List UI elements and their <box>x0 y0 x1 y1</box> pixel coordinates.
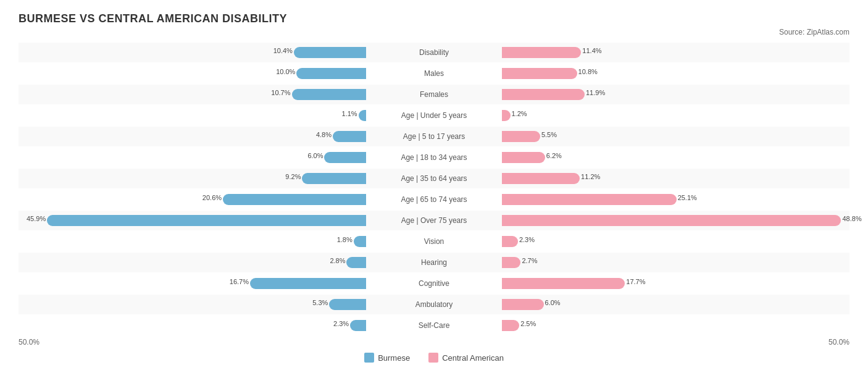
row-label: Vision <box>366 237 502 246</box>
row-label: Age | 5 to 17 years <box>366 132 502 141</box>
chart-row: 9.2% Age | 35 to 64 years 11.2% <box>19 169 849 188</box>
row-label: Age | 18 to 34 years <box>366 153 502 162</box>
chart-row: 10.4% Disability 11.4% <box>19 43 849 62</box>
chart-row: 6.0% Age | 18 to 34 years 6.2% <box>19 148 849 167</box>
row-label: Age | Under 5 years <box>366 111 502 120</box>
chart-row: 16.7% Cognitive 17.7% <box>19 274 849 293</box>
val-right: 48.8% <box>842 215 861 222</box>
bar-left: 10.0% <box>296 68 366 79</box>
bar-left: 10.7% <box>292 89 366 100</box>
val-right: 6.2% <box>546 152 562 159</box>
val-left: 1.1% <box>342 110 357 117</box>
val-left: 16.7% <box>230 278 249 285</box>
legend: Burmese Central American <box>19 353 849 363</box>
legend-burmese-box <box>364 353 374 363</box>
val-right: 10.8% <box>578 68 598 75</box>
row-label: Hearing <box>366 258 502 267</box>
axis-right: 50.0% <box>828 338 849 346</box>
bar-right: 11.9% <box>502 89 585 100</box>
val-right: 6.0% <box>545 299 561 306</box>
row-label: Age | 35 to 64 years <box>366 174 502 183</box>
val-right: 17.7% <box>626 278 645 285</box>
bar-left: 16.7% <box>250 278 366 289</box>
val-left: 9.2% <box>285 173 301 180</box>
bar-left: 2.3% <box>350 320 366 331</box>
val-left: 6.0% <box>307 152 323 159</box>
val-right: 2.7% <box>522 257 537 264</box>
val-left: 20.6% <box>202 194 222 201</box>
chart-row: 1.8% Vision 2.3% <box>19 232 849 251</box>
legend-central-american-label: Central American <box>442 353 504 363</box>
val-right: 5.5% <box>541 131 557 138</box>
val-left: 2.8% <box>330 257 345 264</box>
bar-right: 2.7% <box>502 257 520 268</box>
bar-right: 11.4% <box>502 47 581 58</box>
row-label: Disability <box>366 48 502 57</box>
bar-right: 2.5% <box>502 320 519 331</box>
bar-right: 2.3% <box>502 236 518 247</box>
bar-left: 6.0% <box>324 152 366 163</box>
bar-left: 10.4% <box>294 47 366 58</box>
axis-left: 50.0% <box>19 338 40 346</box>
page-title: BURMESE VS CENTRAL AMERICAN DISABILITY <box>19 12 849 25</box>
bar-left: 20.6% <box>223 194 366 205</box>
val-right: 25.1% <box>678 194 697 201</box>
chart-row: 4.8% Age | 5 to 17 years 5.5% <box>19 127 849 146</box>
bar-left: 4.8% <box>333 131 366 142</box>
row-label: Males <box>366 69 502 78</box>
val-left: 10.4% <box>273 47 293 54</box>
chart-container: 10.4% Disability 11.4% 10.0% <box>19 43 849 363</box>
val-left: 10.0% <box>276 68 295 75</box>
chart-row: 2.3% Self-Care 2.5% <box>19 316 849 335</box>
bar-right: 11.2% <box>502 173 580 184</box>
legend-burmese: Burmese <box>364 353 410 363</box>
bar-right: 1.2% <box>502 110 511 121</box>
val-left: 10.7% <box>271 89 290 96</box>
bar-left: 5.3% <box>329 299 366 310</box>
rows-area: 10.4% Disability 11.4% 10.0% <box>19 43 849 335</box>
row-label: Age | Over 75 years <box>366 216 502 225</box>
val-left: 45.9% <box>27 215 46 222</box>
val-left: 5.3% <box>312 299 328 306</box>
chart-row: 10.0% Males 10.8% <box>19 64 849 83</box>
bar-right: 6.2% <box>502 152 545 163</box>
val-right: 11.4% <box>582 47 601 54</box>
bar-right: 10.8% <box>502 68 577 79</box>
bar-right: 6.0% <box>502 299 544 310</box>
bar-left: 2.8% <box>346 257 366 268</box>
bar-left: 1.1% <box>359 110 366 121</box>
bar-right: 17.7% <box>502 278 625 289</box>
chart-row: 10.7% Females 11.9% <box>19 85 849 104</box>
bar-right: 25.1% <box>502 194 677 205</box>
legend-burmese-label: Burmese <box>378 353 410 363</box>
bar-left: 1.8% <box>354 236 366 247</box>
chart-row: 45.9% Age | Over 75 years 48.8% <box>19 211 849 230</box>
bar-right: 5.5% <box>502 131 540 142</box>
legend-central-american: Central American <box>428 353 504 363</box>
val-left: 2.3% <box>333 320 349 327</box>
row-label: Self-Care <box>366 321 502 330</box>
val-right: 2.5% <box>520 320 536 327</box>
val-left: 1.8% <box>337 236 353 243</box>
chart-row: 5.3% Ambulatory 6.0% <box>19 295 849 314</box>
chart-row: 20.6% Age | 65 to 74 years 25.1% <box>19 190 849 209</box>
val-right: 1.2% <box>512 110 527 117</box>
axis-labels: 50.0% 50.0% <box>19 338 849 346</box>
row-label: Females <box>366 90 502 99</box>
bar-left: 45.9% <box>47 215 366 226</box>
val-left: 4.8% <box>316 131 332 138</box>
legend-central-american-box <box>428 353 438 363</box>
row-label: Age | 65 to 74 years <box>366 195 502 204</box>
val-right: 11.2% <box>581 173 600 180</box>
val-right: 11.9% <box>586 89 605 96</box>
chart-row: 1.1% Age | Under 5 years 1.2% <box>19 106 849 125</box>
row-label: Ambulatory <box>366 300 502 309</box>
bar-right: 48.8% <box>502 215 841 226</box>
source-label: Source: ZipAtlas.com <box>19 28 849 36</box>
chart-row: 2.8% Hearing 2.7% <box>19 253 849 272</box>
val-right: 2.3% <box>519 236 535 243</box>
bar-left: 9.2% <box>302 173 366 184</box>
row-label: Cognitive <box>366 279 502 288</box>
